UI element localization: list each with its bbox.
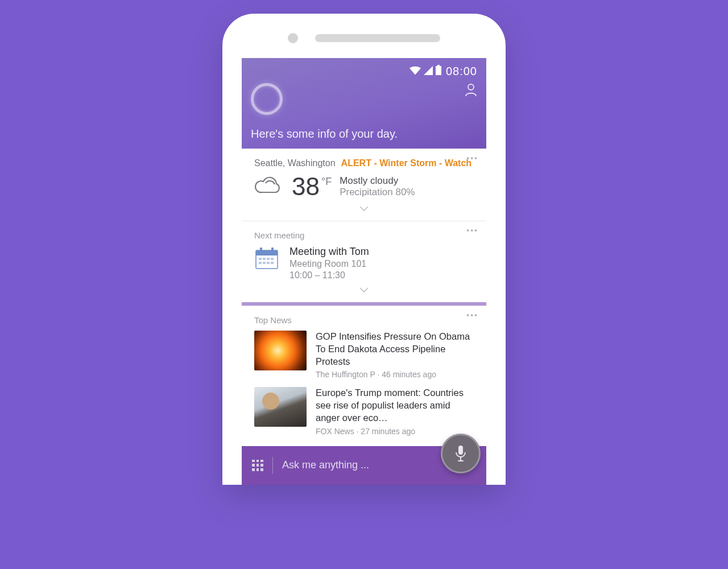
phone-hardware-top bbox=[242, 33, 486, 43]
temperature-unit: °F bbox=[321, 176, 332, 187]
svg-point-2 bbox=[468, 84, 474, 90]
news-meta: FOX News · 27 minutes ago bbox=[316, 427, 474, 436]
news-headline: GOP Intensifies Pressure On Obama To End… bbox=[316, 331, 474, 368]
screen: 08:00 Here's some info of your day. ••• … bbox=[242, 58, 486, 485]
news-thumbnail bbox=[254, 331, 307, 370]
news-item[interactable]: Europe's Trump moment: Countries see ris… bbox=[254, 387, 474, 435]
svg-rect-9 bbox=[267, 258, 270, 260]
speaker-slot-icon bbox=[315, 34, 440, 42]
news-meta: The Huffington P · 46 minutes ago bbox=[316, 370, 474, 379]
card-more-icon[interactable]: ••• bbox=[466, 154, 478, 163]
news-headline: Europe's Trump moment: Countries see ris… bbox=[316, 387, 474, 424]
svg-rect-6 bbox=[271, 248, 274, 252]
svg-rect-11 bbox=[259, 262, 262, 264]
news-thumbnail bbox=[254, 387, 307, 427]
svg-rect-7 bbox=[259, 258, 262, 260]
chevron-down-icon[interactable] bbox=[254, 204, 474, 214]
svg-rect-1 bbox=[437, 65, 440, 66]
news-source: The Huffington P bbox=[316, 370, 375, 379]
svg-rect-15 bbox=[458, 446, 463, 455]
temperature-value: 38 bbox=[292, 174, 320, 199]
svg-rect-17 bbox=[458, 460, 464, 461]
meeting-time: 10:00 – 11:30 bbox=[289, 270, 369, 281]
apps-grid-icon[interactable] bbox=[252, 460, 263, 471]
news-age: 27 minutes ago bbox=[361, 427, 415, 436]
svg-rect-12 bbox=[263, 262, 266, 264]
wifi-icon bbox=[410, 65, 421, 78]
ask-bar bbox=[242, 446, 486, 485]
meeting-title: Meeting with Tom bbox=[289, 246, 369, 258]
svg-rect-10 bbox=[271, 258, 274, 260]
news-section-label: Top News bbox=[254, 315, 474, 325]
cortana-logo-icon[interactable] bbox=[251, 83, 283, 115]
cloud-icon bbox=[254, 175, 284, 198]
camera-dot-icon bbox=[288, 33, 298, 43]
news-source: FOX News bbox=[316, 427, 354, 436]
svg-rect-13 bbox=[267, 262, 270, 264]
weather-alert: ALERT - Winter Storm - Watch bbox=[341, 158, 471, 168]
weather-location: Seattle, Washington bbox=[254, 158, 336, 168]
status-time: 08:00 bbox=[446, 65, 477, 78]
phone-frame: 08:00 Here's some info of your day. ••• … bbox=[222, 14, 506, 485]
weather-precip: Precipitation 80% bbox=[340, 187, 415, 198]
svg-rect-0 bbox=[436, 66, 441, 75]
calendar-icon bbox=[254, 246, 279, 281]
svg-rect-14 bbox=[271, 262, 274, 264]
battery-icon bbox=[436, 65, 441, 78]
card-more-icon[interactable]: ••• bbox=[466, 311, 478, 320]
cell-signal-icon bbox=[424, 65, 433, 78]
news-card[interactable]: ••• Top News GOP Intensifies Pressure On… bbox=[242, 306, 486, 446]
svg-rect-4 bbox=[256, 250, 278, 255]
meeting-room: Meeting Room 101 bbox=[289, 259, 369, 269]
divider bbox=[272, 457, 273, 474]
svg-rect-16 bbox=[460, 457, 461, 460]
greeting-text: Here's some info of your day. bbox=[251, 127, 477, 141]
svg-rect-5 bbox=[260, 248, 262, 252]
chevron-down-icon[interactable] bbox=[254, 285, 474, 295]
microphone-icon bbox=[454, 445, 467, 462]
weather-condition: Mostly cloudy bbox=[340, 175, 415, 187]
mic-button[interactable] bbox=[441, 434, 481, 473]
profile-icon[interactable] bbox=[465, 83, 477, 97]
card-more-icon[interactable]: ••• bbox=[466, 226, 478, 235]
meeting-card[interactable]: ••• Next meeting Mee bbox=[242, 221, 486, 302]
status-bar: 08:00 bbox=[251, 64, 477, 79]
svg-rect-8 bbox=[263, 258, 266, 260]
meeting-section-label: Next meeting bbox=[254, 230, 474, 240]
news-item[interactable]: GOP Intensifies Pressure On Obama To End… bbox=[254, 331, 474, 379]
weather-card[interactable]: ••• Seattle, Washington ALERT - Winter S… bbox=[242, 149, 486, 221]
app-header: 08:00 Here's some info of your day. bbox=[242, 58, 486, 149]
temperature: 38 °F bbox=[292, 174, 332, 199]
news-age: 46 minutes ago bbox=[382, 370, 436, 379]
